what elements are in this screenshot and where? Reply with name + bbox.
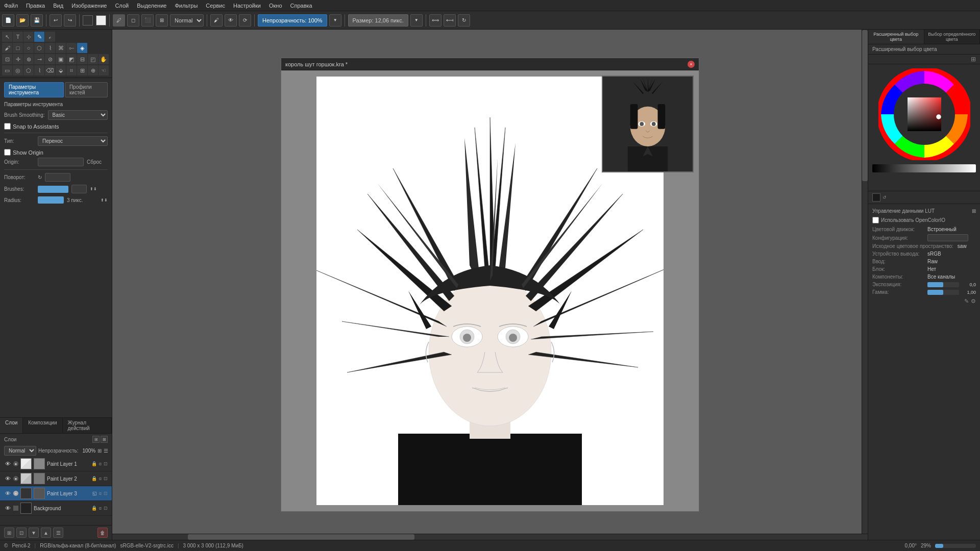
pick-color-btn[interactable]: 👁 <box>225 14 237 27</box>
zoom-tool[interactable]: ◰ <box>88 54 98 64</box>
add-layer-btn[interactable]: ⊞ <box>4 528 14 538</box>
menu-edit[interactable]: Правка <box>22 2 49 10</box>
brush-profiles-tab[interactable]: Профили кистей <box>65 82 108 97</box>
calligraphy-tool[interactable]: 𝒸 <box>45 32 55 42</box>
mirror-v-btn[interactable]: ⟻ <box>444 14 456 27</box>
brushes-slider[interactable] <box>38 186 68 193</box>
snap-assistants-checkbox[interactable] <box>4 123 11 130</box>
menu-layer[interactable]: Слой <box>111 2 133 10</box>
layer-alpha-2[interactable]: α <box>99 491 102 496</box>
hand-tool[interactable]: ☜ <box>99 65 109 76</box>
brushes-input[interactable]: 7 <box>71 185 87 193</box>
use-ocio-checkbox[interactable] <box>872 217 879 223</box>
menu-file[interactable]: Файл <box>0 2 22 10</box>
save-file-button[interactable]: 💾 <box>31 14 43 27</box>
background-color[interactable] <box>96 15 106 26</box>
layer-options-0[interactable]: ⊡ <box>104 461 108 466</box>
layer-blend-mode[interactable]: Normal <box>4 446 36 456</box>
specific-color-tab[interactable]: Выбор определённого цвета <box>924 30 981 44</box>
layer-alpha-3[interactable]: α <box>99 506 102 511</box>
layer-item-3[interactable]: 👁 Background 🔒 α ⊡ <box>0 501 112 516</box>
gamma-slider[interactable] <box>927 290 959 295</box>
layer-mask-btn[interactable]: ☰ <box>53 528 63 538</box>
ellipse-tool[interactable]: ○ <box>23 43 34 53</box>
paint-tool[interactable]: ✎ <box>34 32 44 42</box>
layer-options-3[interactable]: ⊡ <box>104 506 108 511</box>
extended-color-tab[interactable]: Расширенный выбор цвета <box>868 30 924 44</box>
menu-select[interactable]: Выделение <box>133 2 170 10</box>
layer-alpha-1[interactable]: α <box>99 476 102 481</box>
brush-select[interactable]: ⌗ <box>66 65 77 76</box>
lut-edit-icon[interactable]: ✎ <box>964 298 969 305</box>
grid-btn[interactable]: ⊞ <box>156 14 168 27</box>
layer-options-2[interactable]: ⊡ <box>104 491 108 496</box>
polygon-select[interactable]: ⬠ <box>23 65 34 76</box>
layer-lock-2[interactable]: ◱ <box>92 491 97 496</box>
pattern-tool[interactable]: ⊟ <box>77 54 87 64</box>
magnetic-select[interactable]: ⊞ <box>77 65 87 76</box>
layer-vis-3[interactable]: 👁 <box>4 505 11 512</box>
layer-item-1[interactable]: 👁 ● Paint Layer 2 🔒 α ⊡ <box>0 471 112 486</box>
brush-flip-btn[interactable]: ⟳ <box>239 14 251 27</box>
layer-vis-0[interactable]: 👁 <box>4 460 11 467</box>
rotation-input[interactable]: 0,0° <box>45 173 70 182</box>
layer-lock-1[interactable]: 🔒 <box>91 476 97 481</box>
lut-settings-icon[interactable]: ⚙ <box>971 298 976 305</box>
assistant-tool[interactable]: ⊛ <box>23 54 34 64</box>
text-tool[interactable]: T <box>13 32 23 42</box>
menu-filters[interactable]: Фильтры <box>170 2 202 10</box>
color-wheel-container[interactable] <box>878 68 970 160</box>
type-select[interactable]: Перенос <box>38 136 108 146</box>
freeform-select[interactable]: ⌇ <box>34 65 44 76</box>
layers-ctrl-2[interactable]: ⊠ <box>101 436 108 443</box>
ref-tool[interactable]: ⊕ <box>88 65 98 76</box>
layers-tab[interactable]: Слои <box>0 418 23 433</box>
fill-mode-icon[interactable]: ⊞ <box>97 448 102 454</box>
contiguous-select[interactable]: ⌫ <box>45 65 55 76</box>
menu-window[interactable]: Окно <box>265 2 286 10</box>
canvas-content[interactable] <box>281 70 699 511</box>
layer-up-btn[interactable]: ▼ <box>29 528 39 538</box>
polygon-tool[interactable]: ⬡ <box>34 43 44 53</box>
zoom-slider[interactable] <box>935 544 976 548</box>
eraser-btn[interactable]: ◻ <box>127 14 139 27</box>
black-white-bar[interactable] <box>872 164 976 172</box>
bezier-tool[interactable]: ⌘ <box>56 43 66 53</box>
reset-button[interactable]: Сброс <box>87 159 102 165</box>
foreground-color[interactable] <box>83 15 93 26</box>
layer-vis-2[interactable]: 👁 <box>4 490 11 497</box>
blend-mode-select[interactable]: Normal <box>170 14 204 27</box>
freehand-sel[interactable]: ⟜ <box>66 43 77 53</box>
path-tool[interactable]: ⌇ <box>45 43 55 53</box>
opacity-down-btn[interactable]: ▼ <box>329 14 341 27</box>
undo-button[interactable]: ↩ <box>50 14 62 27</box>
new-file-button[interactable]: 📄 <box>2 14 14 27</box>
brushes-arrows[interactable]: ⬆⬇ <box>90 187 97 191</box>
copy-layer-btn[interactable]: ⊡ <box>16 528 27 538</box>
pan-tool[interactable]: ✋ <box>99 54 109 64</box>
history-tab[interactable]: Журнал действий <box>63 418 112 433</box>
open-file-button[interactable]: 📂 <box>16 14 29 27</box>
radius-arrows[interactable]: ⬆⬇ <box>101 198 108 203</box>
lut-expand-icon[interactable]: ⊞ <box>972 208 976 214</box>
layer-options-icon[interactable]: ☰ <box>104 448 108 454</box>
layer-lock-3[interactable]: 🔒 <box>91 506 97 511</box>
brush-tool-btn[interactable]: 🖊 <box>113 14 125 27</box>
select-tool[interactable]: ↖ <box>2 32 12 42</box>
rectangle-tool[interactable]: □ <box>13 43 23 53</box>
move-tool[interactable]: ✛ <box>13 54 23 64</box>
layer-alpha-0[interactable]: α <box>99 461 102 466</box>
redo-button[interactable]: ↪ <box>64 14 76 27</box>
radius-slider[interactable] <box>38 196 64 204</box>
origin-input[interactable]: Перемещение <box>38 158 84 166</box>
menu-image[interactable]: Изображение <box>67 2 111 10</box>
fill-btn[interactable]: ⬛ <box>141 14 154 27</box>
show-origin-checkbox[interactable] <box>4 149 11 156</box>
menu-help[interactable]: Справка <box>286 2 316 10</box>
brush-icon-btn[interactable]: 🖌 <box>210 14 223 27</box>
ellipse-select[interactable]: ◎ <box>13 65 23 76</box>
similar-select[interactable]: ⬙ <box>56 65 66 76</box>
size-down-btn[interactable]: ▼ <box>410 14 423 27</box>
canvas-hscroll[interactable] <box>112 534 868 540</box>
color-settings-icon[interactable]: ⊞ <box>971 56 976 63</box>
